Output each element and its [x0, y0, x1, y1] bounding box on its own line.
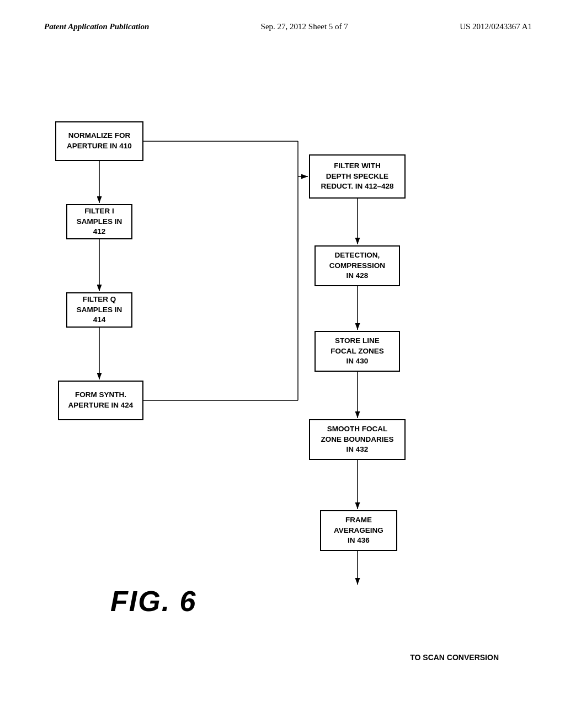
box-filter-q: FILTER QSAMPLES IN 414 [66, 292, 132, 328]
publication-label: Patent Application Publication [44, 22, 149, 31]
figure-label: FIG. 6 [110, 585, 196, 618]
diagram-area: NORMALIZE FORAPERTURE IN 410 FILTER ISAM… [0, 77, 565, 684]
box-smooth-focal: SMOOTH FOCALZONE BOUNDARIESIN 432 [309, 419, 406, 460]
box-filter-i: FILTER ISAMPLES IN 412 [66, 204, 132, 239]
page-header: Patent Application Publication Sep. 27, … [0, 0, 565, 31]
patent-number-label: US 2012/0243367 A1 [460, 22, 532, 31]
box-detection-compression: DETECTION,COMPRESSIONIN 428 [315, 245, 400, 286]
box-frame-averaging: FRAMEAVERAGEINGIN 436 [320, 510, 397, 551]
box-form-synth: FORM SYNTH.APERTURE IN 424 [58, 381, 143, 420]
box-normalize-aperture: NORMALIZE FORAPERTURE IN 410 [55, 121, 143, 161]
date-sheet-label: Sep. 27, 2012 Sheet 5 of 7 [261, 22, 348, 31]
box-filter-depth-speckle: FILTER WITHDEPTH SPECKLEREDUCT. IN 412–4… [309, 154, 406, 199]
scan-conversion-label: TO SCAN CONVERSION [410, 653, 499, 662]
box-store-line-focal: STORE LINEFOCAL ZONESIN 430 [315, 331, 400, 372]
